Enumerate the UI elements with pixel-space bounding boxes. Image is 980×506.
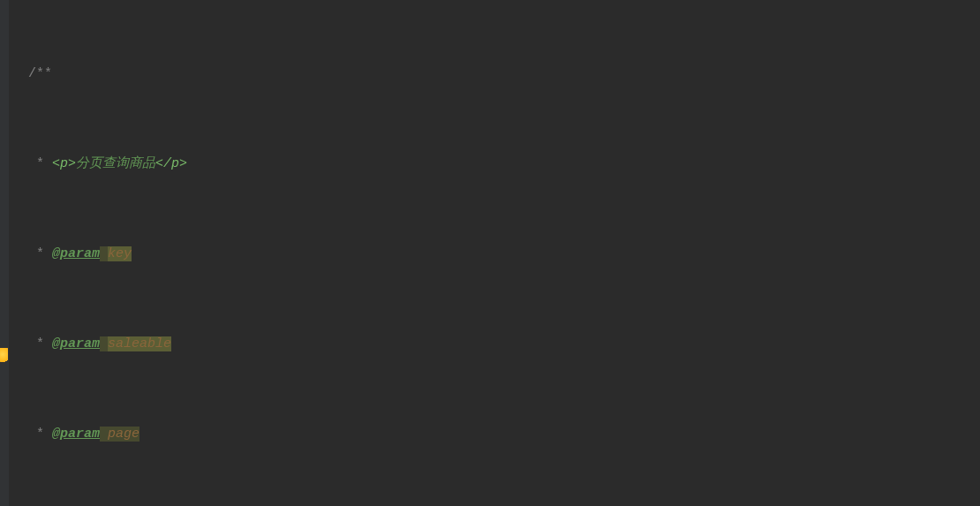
javadoc-text: 分页查询商品 — [76, 156, 155, 171]
code-editor[interactable]: /** * <p>分页查询商品</p> * @param key * @para… — [9, 0, 980, 506]
intention-bulb-icon[interactable] — [0, 348, 8, 364]
javadoc-html-tag: </p> — [155, 156, 187, 171]
code-line: /** — [9, 58, 980, 90]
javadoc-start: /** — [28, 66, 52, 81]
javadoc-param-tag: @param — [52, 336, 100, 351]
code-line: * @param key — [9, 238, 980, 270]
code-line: * @param page — [9, 419, 980, 450]
javadoc-param-tag: @param — [52, 246, 100, 261]
editor-gutter — [0, 0, 9, 506]
code-line: * <p>分页查询商品</p> — [9, 148, 980, 180]
javadoc-param-tag: @param — [52, 427, 100, 442]
javadoc-param-name: key — [108, 246, 132, 261]
code-line: * @param saleable — [9, 329, 980, 360]
javadoc-param-name: saleable — [108, 336, 171, 351]
javadoc-html-tag: <p> — [52, 156, 76, 171]
javadoc-param-name: page — [108, 427, 139, 442]
